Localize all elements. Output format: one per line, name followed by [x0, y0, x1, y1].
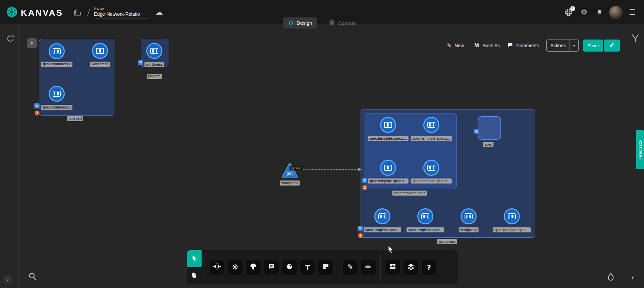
node-label: spec.template.spec.s... — [368, 178, 409, 184]
layers-tool-button[interactable] — [404, 260, 418, 275]
edge-arrow[interactable] — [300, 166, 367, 174]
node-container[interactable] — [49, 86, 65, 102]
components-tool-button[interactable] — [210, 260, 224, 275]
share-button[interactable]: Share — [583, 40, 603, 52]
menu-icon[interactable]: ☰ — [627, 7, 638, 18]
node-container[interactable] — [380, 160, 396, 176]
mushroom-tool-button[interactable] — [246, 260, 261, 275]
collapse-panel-button[interactable]: ‹ — [631, 274, 634, 281]
project-breadcrumb: / Name ☁ — [72, 0, 165, 24]
hand-icon — [191, 272, 198, 280]
node-label: spec.template.spec... — [364, 227, 401, 232]
design-name-input[interactable] — [94, 11, 149, 18]
kubernetes-badge-icon[interactable]: ☸ — [474, 129, 479, 134]
spec-node[interactable] — [478, 116, 501, 140]
tab-operate-label: Operate — [338, 20, 356, 26]
kubernetes-badge-icon[interactable]: ☸ — [362, 178, 367, 183]
actions-dropdown-button[interactable]: ▾ — [570, 40, 578, 51]
dock-divider — [338, 254, 338, 281]
feedback-label: Feedback — [638, 140, 643, 160]
pen-tool-button[interactable]: ✏ — [361, 260, 376, 275]
new-button[interactable]: ✎ New — [447, 40, 464, 52]
y-merge-icon[interactable] — [631, 33, 640, 44]
node-container[interactable] — [504, 208, 520, 224]
doodle-tool-button[interactable] — [282, 260, 297, 275]
group-spec-template[interactable] — [365, 114, 457, 189]
error-badge[interactable]: 2 — [35, 111, 40, 116]
copy-link-button[interactable] — [604, 40, 620, 52]
ink-drop-icon[interactable] — [606, 272, 616, 283]
mushroom-icon — [249, 263, 257, 272]
container-icon — [378, 213, 386, 219]
tools-dock: ☸ T ✎ ✏ ? — [187, 250, 458, 284]
kubernetes-tool-button[interactable]: ☸ — [228, 260, 243, 275]
chevron-down-icon: ▾ — [573, 44, 575, 48]
zoom-search-button[interactable] — [27, 271, 38, 282]
node-label: spec — [483, 142, 493, 147]
save-as-label: Save As — [483, 43, 500, 48]
expand-panel-button[interactable]: › — [3, 275, 12, 284]
error-badge[interactable]: 3 — [362, 185, 367, 190]
group-label: wordpress — [437, 239, 457, 244]
comments-button[interactable]: Comments — [507, 40, 539, 52]
node-container[interactable] — [92, 43, 108, 59]
app-header: KANVAS / Name ☁ ⚙ Design Operate 1 ⚙ ☰ — [0, 0, 644, 25]
node-label: wordpress — [90, 62, 110, 67]
pencil-tool-button[interactable]: ✎ — [343, 260, 358, 275]
mode-tabs: ⚙ Design Operate — [283, 17, 361, 29]
extensions-sphere-icon[interactable]: 1 — [563, 7, 574, 18]
node-container[interactable] — [423, 117, 439, 133]
container-icon — [96, 48, 104, 54]
drawer-tool-button[interactable] — [385, 260, 400, 275]
node-container[interactable] — [374, 208, 390, 224]
save-as-button[interactable]: Save As — [474, 40, 500, 52]
node-container[interactable] — [423, 160, 439, 176]
text-tool-button[interactable]: T — [300, 260, 315, 275]
shapes-tool-button[interactable] — [318, 260, 333, 275]
node-label: spec.template.spec... — [493, 227, 531, 232]
shapes-icon — [322, 263, 329, 272]
node-container[interactable] — [49, 43, 65, 59]
node-container[interactable] — [417, 208, 433, 224]
service-triangle-node[interactable] — [281, 162, 299, 179]
comments-label: Comments — [516, 43, 539, 48]
share-label: Share — [587, 43, 599, 48]
select-tool-button[interactable] — [187, 250, 202, 267]
history-sync-icon[interactable] — [5, 33, 16, 44]
container-icon — [427, 122, 435, 128]
actions-button[interactable]: Actions — [547, 40, 570, 51]
container-icon — [287, 172, 292, 176]
tab-operate[interactable]: Operate — [323, 17, 361, 29]
pan-tool-button[interactable] — [187, 267, 202, 284]
path-separator: / — [87, 8, 90, 16]
comment-icon — [268, 263, 275, 272]
container-icon — [53, 48, 61, 54]
user-avatar[interactable] — [609, 6, 623, 19]
node-container[interactable] — [146, 43, 162, 59]
settings-gear-icon[interactable]: ⚙ — [578, 7, 590, 18]
operate-person-icon — [328, 19, 335, 27]
kubernetes-badge-icon[interactable]: ☸ — [138, 60, 143, 65]
error-badge[interactable]: 3 — [358, 233, 363, 238]
comment-tool-button[interactable] — [264, 260, 279, 275]
node-container[interactable] — [380, 117, 396, 133]
chevron-right-icon: › — [7, 277, 9, 283]
container-icon — [150, 48, 158, 54]
tab-design[interactable]: ⚙ Design — [283, 17, 317, 28]
help-icon: ? — [427, 263, 431, 271]
pencil-icon: ✎ — [447, 43, 451, 49]
asterisk-layout-button[interactable]: ✳ — [27, 38, 37, 48]
feedback-tab[interactable]: Feedback — [636, 130, 644, 169]
notifications-bell-icon[interactable] — [594, 7, 605, 18]
cursor-icon — [191, 255, 198, 263]
node-container[interactable] — [461, 208, 477, 224]
circuit-icon — [213, 263, 221, 272]
kubernetes-badge-icon[interactable]: ☸ — [34, 103, 40, 109]
building-icon[interactable] — [72, 7, 83, 18]
brand[interactable]: KANVAS — [5, 6, 63, 20]
text-icon: T — [305, 263, 310, 271]
doodle-icon — [286, 263, 293, 272]
kubernetes-badge-icon[interactable]: ☸ — [358, 226, 363, 231]
chevron-left-icon: ‹ — [631, 273, 634, 282]
help-tool-button[interactable]: ? — [422, 260, 436, 275]
